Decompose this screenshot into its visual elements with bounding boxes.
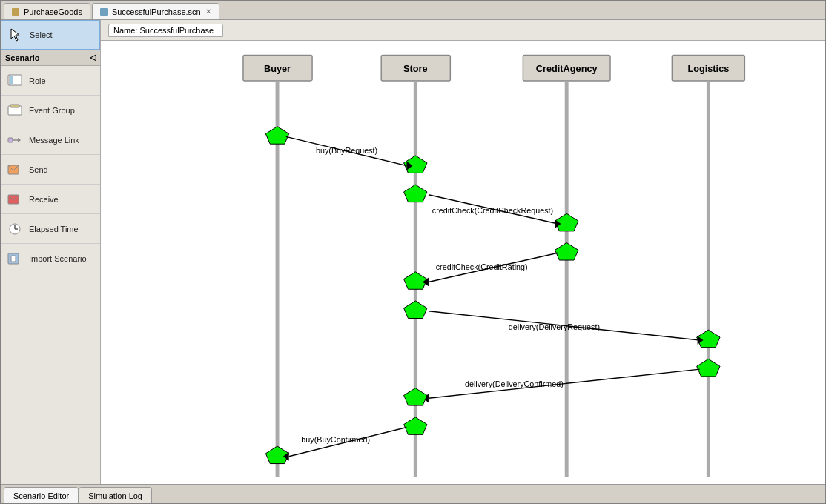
creditagency-label: CreditAgency (536, 63, 598, 74)
canvas-header-name: Name: SuccessfulPurchase (108, 24, 223, 37)
sidebar-tool-event-group[interactable]: Event Group (1, 96, 100, 125)
role-label: Role (29, 76, 46, 85)
sidebar-tool-import-scenario[interactable]: Import Scenario (1, 244, 100, 273)
bottom-bar: Scenario Editor Simulation Log (1, 484, 825, 503)
sidebar: Select Scenario ◁ Role (1, 20, 101, 484)
svg-rect-8 (8, 138, 13, 142)
sidebar-tool-role[interactable]: Role (1, 66, 100, 96)
elapsed-time-label: Elapsed Time (29, 225, 79, 233)
diagram-svg: Buyer Store CreditAgency Logistics (101, 41, 825, 484)
select-label: Select (30, 30, 53, 39)
role-icon (7, 73, 23, 89)
main-area: Select Scenario ◁ Role (1, 20, 825, 484)
svg-marker-0 (11, 29, 19, 41)
tab-purchasegoods[interactable]: PurchaseGoods (4, 3, 90, 19)
sidebar-section-collapse-icon[interactable]: ◁ (90, 53, 96, 62)
select-icon (7, 27, 24, 43)
message-link-label: Message Link (29, 136, 79, 145)
svg-rect-5 (10, 105, 19, 107)
msg6-send-event (404, 417, 427, 435)
sidebar-tool-receive[interactable]: Receive (1, 185, 100, 214)
tab-successfulpurchase-label: SuccessfulPurchase.scn (112, 7, 201, 16)
msg5-receive-event (404, 388, 427, 406)
scenario-editor-label: Scenario Editor (13, 491, 69, 500)
sidebar-tool-message-link[interactable]: Message Link (1, 125, 100, 155)
sidebar-section-label: Scenario (5, 53, 39, 62)
msg5-label: delivery(DeliveryConfirmed) (465, 379, 564, 388)
msg3-receive-event (404, 272, 427, 290)
msg3-send-event (555, 243, 578, 261)
tab-purchasegoods-icon (12, 8, 19, 16)
msg2-send-event (404, 185, 427, 202)
msg4-label: delivery(DeliveryRequest) (509, 322, 600, 331)
msg6-label: buy(BuyConfirmed) (301, 435, 370, 444)
send-label: Send (29, 165, 48, 174)
import-scenario-label: Import Scenario (29, 254, 87, 263)
event-group-icon (7, 102, 23, 119)
tab-close-icon[interactable]: ✕ (205, 7, 211, 16)
store-label: Store (403, 63, 428, 74)
main-window: PurchaseGoods SuccessfulPurchase.scn ✕ S… (0, 0, 826, 504)
tab-successfulpurchase[interactable]: SuccessfulPurchase.scn ✕ (92, 3, 219, 19)
buyer-label: Buyer (264, 63, 291, 74)
tab-bar: PurchaseGoods SuccessfulPurchase.scn ✕ (1, 1, 825, 20)
sidebar-tool-send[interactable]: Send (1, 155, 100, 185)
msg1-label: buy(BuyRequest) (316, 146, 377, 155)
simulation-log-label: Simulation Log (88, 491, 142, 500)
receive-label: Receive (29, 195, 59, 204)
tab-purchasegoods-label: PurchaseGoods (24, 7, 82, 16)
canvas-header: Name: SuccessfulPurchase (101, 20, 825, 41)
logistics-label: Logistics (687, 63, 729, 74)
svg-rect-2 (10, 76, 13, 84)
msg3-label: creditCheck(CreditRating) (436, 262, 528, 271)
tab-successfulpurchase-icon (100, 8, 108, 16)
sidebar-tool-select[interactable]: Select (1, 20, 100, 50)
msg2-label: creditCheck(CreditCheckRequest) (432, 206, 553, 215)
svg-rect-15 (11, 256, 16, 262)
elapsed-time-icon (7, 221, 23, 237)
import-scenario-icon (7, 251, 23, 267)
bottom-tab-scenario-editor[interactable]: Scenario Editor (4, 487, 79, 503)
canvas-area: Name: SuccessfulPurchase Buyer Store Cre… (101, 20, 825, 484)
sidebar-section-scenario: Scenario ◁ (1, 50, 100, 66)
sidebar-tool-elapsed-time[interactable]: Elapsed Time (1, 214, 100, 244)
receive-icon (7, 191, 23, 208)
event-group-label: Event Group (29, 106, 75, 115)
send-icon (7, 162, 23, 178)
message-link-icon (7, 132, 23, 148)
bottom-tab-simulation-log[interactable]: Simulation Log (79, 487, 152, 503)
svg-marker-7 (18, 138, 21, 142)
msg1-send-event (265, 127, 288, 145)
diagram-container[interactable]: Buyer Store CreditAgency Logistics (101, 41, 825, 484)
logistics-event (697, 359, 720, 377)
msg4-send-event (404, 301, 427, 319)
